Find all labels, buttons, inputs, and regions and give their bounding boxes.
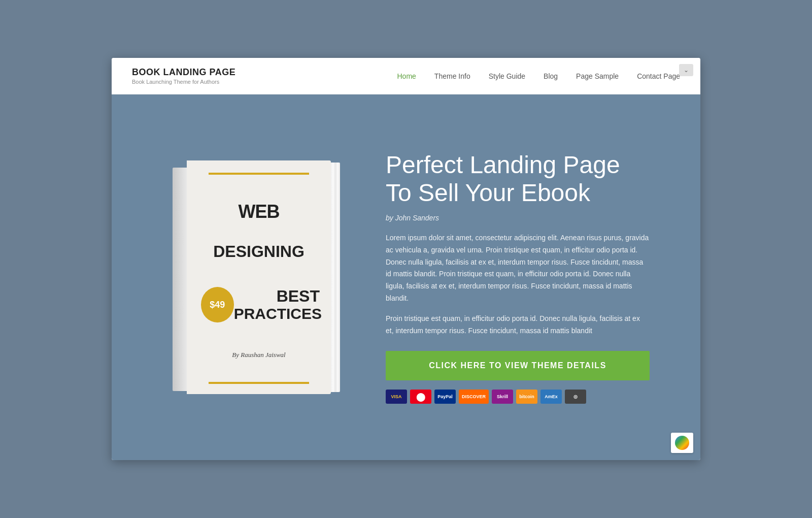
book-cover-area: WEB DESIGNING $49 BEST PRACTICES By Raus… <box>152 160 365 394</box>
book-deco-bottom <box>209 382 309 384</box>
nav-style-guide[interactable]: Style Guide <box>489 72 525 80</box>
site-tagline: Book Launching Theme for Authors <box>132 79 235 85</box>
payment-paypal: PayPal <box>434 390 456 404</box>
recaptcha-badge <box>671 433 693 453</box>
site-header: BOOK LANDING PAGE Book Launching Theme f… <box>112 58 700 94</box>
hero-description-1: Lorem ipsum dolor sit amet, consectetur … <box>386 232 650 305</box>
book-spine <box>173 168 187 391</box>
browser-collapse-button[interactable]: ⌄ <box>679 64 693 76</box>
nav-theme-info[interactable]: Theme Info <box>434 72 470 80</box>
nav-blog[interactable]: Blog <box>544 72 558 80</box>
hero-description-2: Proin tristique est quam, in efficitur o… <box>386 313 650 337</box>
payment-bitcoin: bitcoin <box>516 390 537 404</box>
book-title-web: WEB <box>239 202 280 222</box>
nav-home[interactable]: Home <box>397 72 416 80</box>
payment-skrill: Skrill <box>492 390 513 404</box>
hero-section: WEB DESIGNING $49 BEST PRACTICES By Raus… <box>112 94 700 460</box>
payment-icons: VISA ⬤ PayPal DISCOVER Skrill bitcoin Am… <box>386 390 670 404</box>
book-title-practices: PRACTICES <box>234 305 322 322</box>
payment-amex: AmEx <box>540 390 562 404</box>
payment-mastercard: ⬤ <box>410 390 431 404</box>
book-price-badge: $49 <box>201 287 234 322</box>
recaptcha-logo <box>675 436 689 450</box>
cta-button[interactable]: CLICK HERE TO VIEW THEME DETAILS <box>386 351 650 380</box>
nav-contact-page[interactable]: Contact Page <box>637 72 680 80</box>
book-middle-row: $49 BEST PRACTICES <box>196 284 322 326</box>
hero-book-author: by John Sanders <box>386 214 670 222</box>
browser-window: ⌄ BOOK LANDING PAGE Book Launching Theme… <box>112 58 700 460</box>
book-deco-top <box>209 173 309 175</box>
book-title-best: BEST <box>277 287 320 305</box>
hero-content: Perfect Landing PageTo Sell Your Ebook b… <box>365 151 670 404</box>
book-container: WEB DESIGNING $49 BEST PRACTICES By Raus… <box>173 160 345 394</box>
book-best-practices: BEST PRACTICES <box>234 287 322 322</box>
book-pages <box>331 163 340 392</box>
site-branding: BOOK LANDING PAGE Book Launching Theme f… <box>132 67 235 85</box>
payment-visa: VISA <box>386 390 407 404</box>
site-title: BOOK LANDING PAGE <box>132 67 235 78</box>
book-author: By Raushan Jaiswal <box>232 351 285 359</box>
book-title-designing: DESIGNING <box>213 243 304 261</box>
nav-page-sample[interactable]: Page Sample <box>576 72 619 80</box>
payment-discover: DISCOVER <box>459 390 489 404</box>
site-nav: Home Theme Info Style Guide Blog Page Sa… <box>397 72 681 80</box>
hero-title: Perfect Landing PageTo Sell Your Ebook <box>386 151 670 207</box>
book-front: WEB DESIGNING $49 BEST PRACTICES By Raus… <box>187 160 331 394</box>
payment-extra: ◎ <box>565 390 586 404</box>
